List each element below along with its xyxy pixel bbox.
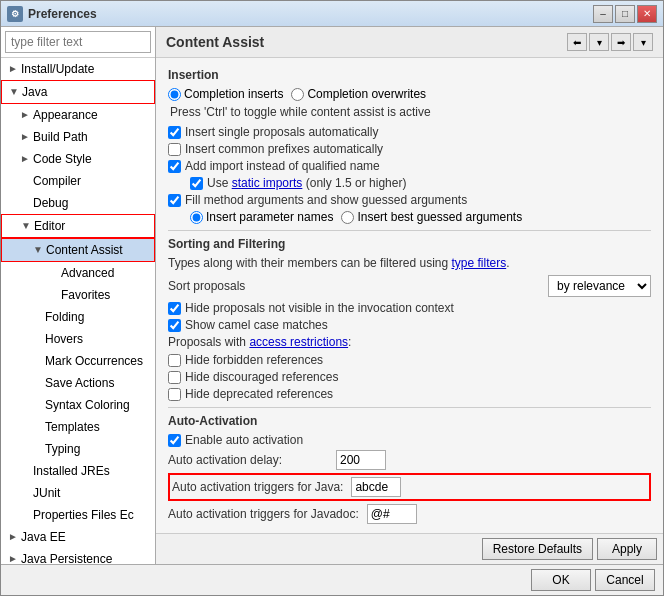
label-advanced: Advanced [59, 265, 116, 281]
triggers-java-input[interactable] [351, 477, 401, 497]
tree-item-folding[interactable]: ► Folding [1, 306, 155, 328]
arrow-install-update[interactable]: ► [7, 63, 19, 75]
nav-dropdown[interactable]: ▾ [589, 33, 609, 51]
single-proposals-checkbox[interactable] [168, 126, 181, 139]
restore-defaults-button[interactable]: Restore Defaults [482, 538, 593, 560]
arrow-java-ee[interactable]: ► [7, 531, 19, 543]
back-button[interactable]: ⬅ [567, 33, 587, 51]
tree-item-junit[interactable]: ► JUnit [1, 482, 155, 504]
add-import-label: Add import instead of qualified name [185, 159, 380, 173]
label-java-persistence: Java Persistence [19, 551, 114, 564]
proposals-with-text: Proposals with [168, 335, 246, 349]
fill-method-label: Fill method arguments and show guessed a… [185, 193, 467, 207]
tree-item-code-style[interactable]: ► Code Style [1, 148, 155, 170]
filter-text: Types along with their members can be fi… [168, 256, 448, 270]
title-bar-controls: – □ ✕ [593, 5, 657, 23]
window-icon: ⚙ [7, 6, 23, 22]
tree-item-install-update[interactable]: ► Install/Update [1, 58, 155, 80]
fill-method-checkbox[interactable] [168, 194, 181, 207]
access-colon: : [348, 335, 351, 349]
hide-deprecated-checkbox[interactable] [168, 388, 181, 401]
tree-item-java-ee[interactable]: ► Java EE [1, 526, 155, 548]
panel-nav: ⬅ ▾ ➡ ▾ [567, 33, 653, 51]
preferences-window: ⚙ Preferences – □ ✕ ► Install/Update [0, 0, 664, 596]
forward-button[interactable]: ➡ [611, 33, 631, 51]
title-bar: ⚙ Preferences – □ ✕ [1, 1, 663, 27]
arrow-java-persistence[interactable]: ► [7, 553, 19, 564]
use-static-imports-checkbox[interactable] [190, 177, 203, 190]
label-java-ee: Java EE [19, 529, 68, 545]
label-code-style: Code Style [31, 151, 94, 167]
arrow-editor[interactable]: ▼ [20, 220, 32, 232]
sort-select[interactable]: by relevance alphabetically [548, 275, 651, 297]
tree-item-properties-files[interactable]: ► Properties Files Ec [1, 504, 155, 526]
delay-row: Auto activation delay: [168, 450, 651, 470]
radio-overwrites-input[interactable] [291, 88, 304, 101]
arrow-appearance[interactable]: ► [19, 109, 31, 121]
add-import-checkbox[interactable] [168, 160, 181, 173]
radio-inserts-input[interactable] [168, 88, 181, 101]
hide-deprecated-row: Hide deprecated references [168, 387, 651, 401]
tree-item-content-assist[interactable]: ▼ Content Assist [1, 238, 155, 262]
common-prefixes-label: Insert common prefixes automatically [185, 142, 383, 156]
ok-button[interactable]: OK [531, 569, 591, 591]
hide-discouraged-checkbox[interactable] [168, 371, 181, 384]
panel-body: Insertion Completion inserts Completion … [156, 58, 663, 533]
tree-item-typing[interactable]: ► Typing [1, 438, 155, 460]
maximize-button[interactable]: □ [615, 5, 635, 23]
cancel-button[interactable]: Cancel [595, 569, 655, 591]
tree-item-installed-jres[interactable]: ► Installed JREs [1, 460, 155, 482]
triggers-javadoc-input[interactable] [367, 504, 417, 524]
right-panel: Content Assist ⬅ ▾ ➡ ▾ Insertion Complet… [156, 27, 663, 564]
filter-input[interactable] [5, 31, 151, 53]
hide-not-visible-checkbox[interactable] [168, 302, 181, 315]
use-static-imports-label: Use static imports (only 1.5 or higher) [207, 176, 406, 190]
filter-description: Types along with their members can be fi… [168, 256, 651, 270]
tree-item-editor[interactable]: ▼ Editor [1, 214, 155, 238]
apply-button[interactable]: Apply [597, 538, 657, 560]
sort-proposals-label: Sort proposals [168, 279, 245, 293]
arrow-java[interactable]: ▼ [8, 86, 20, 98]
tree-item-advanced[interactable]: ► Advanced [1, 262, 155, 284]
common-prefixes-checkbox[interactable] [168, 143, 181, 156]
single-proposals-row: Insert single proposals automatically [168, 125, 651, 139]
label-typing: Typing [43, 441, 82, 457]
tree-item-compiler[interactable]: ► Compiler [1, 170, 155, 192]
tree-item-java-persistence[interactable]: ► Java Persistence [1, 548, 155, 564]
arrow-content-assist[interactable]: ▼ [32, 244, 44, 256]
tree-item-mark-occurrences[interactable]: ► Mark Occurrences [1, 350, 155, 372]
tree-item-debug[interactable]: ► Debug [1, 192, 155, 214]
tree-item-appearance[interactable]: ► Appearance [1, 104, 155, 126]
label-build-path: Build Path [31, 129, 90, 145]
radio-best-guessed-input[interactable] [341, 211, 354, 224]
close-button[interactable]: ✕ [637, 5, 657, 23]
arrow-build-path[interactable]: ► [19, 131, 31, 143]
use-static-imports-row: Use static imports (only 1.5 or higher) [190, 176, 651, 190]
label-junit: JUnit [31, 485, 62, 501]
access-restrictions-link[interactable]: access restrictions [249, 335, 348, 349]
radio-best-guessed: Insert best guessed arguments [341, 210, 522, 224]
main-content: ► Install/Update ▼ Java ► [1, 27, 663, 564]
tree-item-templates[interactable]: ► Templates [1, 416, 155, 438]
arrow-code-style[interactable]: ► [19, 153, 31, 165]
tree-item-build-path[interactable]: ► Build Path [1, 126, 155, 148]
show-camel-case-checkbox[interactable] [168, 319, 181, 332]
tree-item-java[interactable]: ▼ Java [1, 80, 155, 104]
radio-param-names-input[interactable] [190, 211, 203, 224]
type-filters-link[interactable]: type filters [452, 256, 507, 270]
static-imports-link[interactable]: static imports [232, 176, 303, 190]
delay-label: Auto activation delay: [168, 453, 328, 467]
delay-input[interactable] [336, 450, 386, 470]
tree-item-hovers[interactable]: ► Hovers [1, 328, 155, 350]
minimize-button[interactable]: – [593, 5, 613, 23]
enable-auto-checkbox[interactable] [168, 434, 181, 447]
radio-param-names: Insert parameter names [190, 210, 333, 224]
ctrl-tip-text: Press 'Ctrl' to toggle while content ass… [170, 105, 651, 119]
tree-item-syntax-coloring[interactable]: ► Syntax Coloring [1, 394, 155, 416]
sort-row: Sort proposals by relevance alphabetical… [168, 275, 651, 297]
tree-item-save-actions[interactable]: ► Save Actions [1, 372, 155, 394]
tree-item-favorites[interactable]: ► Favorites [1, 284, 155, 306]
hide-forbidden-checkbox[interactable] [168, 354, 181, 367]
forward-dropdown[interactable]: ▾ [633, 33, 653, 51]
triggers-javadoc-row: Auto activation triggers for Javadoc: [168, 504, 651, 524]
